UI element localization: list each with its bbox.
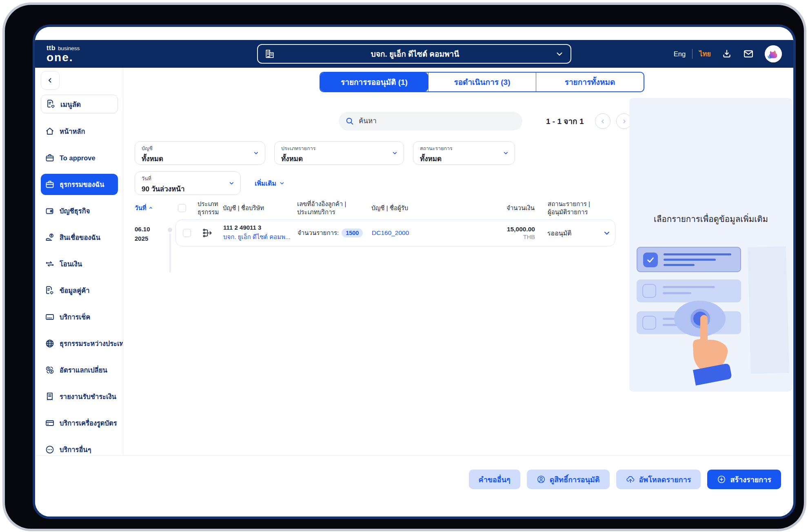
chevron-down-icon [503,150,509,156]
row-amount-cell: 15,000.00 THB [472,226,537,240]
detail-panel: เลือกรายการเพื่อดูข้อมูลเพิ่มเติม [629,98,792,392]
logo-brand: ttb [47,45,55,51]
items-count-badge: 1500 [342,228,363,237]
receipt-icon [45,392,55,401]
upload-items-button[interactable]: อัพโหลดรายการ [616,470,701,489]
sidebar-item-card-machine[interactable]: บริการเครื่องรูดบัตร [41,412,118,434]
checked-checkbox-icon [643,253,658,267]
chevron-down-icon [555,49,564,58]
company-name-link[interactable]: บจก. ยูเอ็ก ดีไซต์ คอมพ... [223,232,297,242]
sidebar-item-international[interactable]: ธุรกรรมระหว่างประเทศ [41,333,118,354]
tab-group: รายการรออนุมัติ (1) รอดำเนินการ (3) รายก… [320,72,644,92]
sidebar-item-other-services[interactable]: บริการอื่นๆ [41,439,118,455]
sidebar-item-cheque-services[interactable]: บริการเช็ค [41,306,118,328]
unchecked-checkbox-icon [642,316,656,330]
home-icon [45,126,55,136]
create-item-button[interactable]: สร้างรายการ [707,470,781,489]
sidebar-item-payment-report[interactable]: รายงานรับชำระเงิน [41,386,118,407]
filter-date-select[interactable]: วันที่ 90 วันล่วงหน้า [135,171,241,195]
illustration-row [637,279,741,302]
building-icon [264,49,275,59]
column-header-status: สถานะรายการ |ผู้อนุมัติรายการ [537,200,599,216]
currency-label: THB [472,234,535,240]
sidebar-item-my-transactions[interactable]: ธุรกรรมของฉัน [41,174,118,195]
other-icon [45,445,55,454]
mail-icon[interactable] [743,48,754,60]
pagination-count: 1 - 1 จาก 1 [546,115,584,127]
user-avatar[interactable] [765,45,782,62]
briefcase-icon [45,180,55,189]
filter-value: ทั้งหมด [142,153,258,164]
document-heart-icon [46,99,56,109]
device-frame: ttb business one. บจก. ยูเอ็ก ดีไซต์ คอม… [5,5,804,529]
row-checkbox[interactable] [183,229,191,237]
exchange-icon [45,365,55,375]
select-all-checkbox[interactable] [178,204,186,212]
filter-account-select[interactable]: บัญชี ทั้งหมด [135,141,265,165]
sidebar-item-my-loans[interactable]: สินเชื่อของฉัน [41,227,118,248]
search-box[interactable] [339,112,522,131]
sidebar-item-label: รายงานรับชำระเงิน [60,391,116,402]
filter-type-select[interactable]: ประเภทรายการ ทั้งหมด [274,141,404,165]
sidebar-item-business-accounts[interactable]: บัญชีธุรกิจ [41,200,118,222]
column-header-date[interactable]: วันที่ [135,200,175,216]
row-account-cell: 111 2 49011 3 บจก. ยูเอ็ก ดีไซต์ คอมพ... [223,224,297,242]
pointing-hand-icon [681,315,742,388]
row-expand-chevron-icon[interactable] [599,229,615,237]
sidebar-item-to-approve[interactable]: To approve [41,147,118,168]
sidebar-collapse-button[interactable] [41,71,60,90]
sidebar-item-shortcut-menu[interactable]: เมนูลัด [41,95,118,113]
lang-divider [692,49,693,59]
tab-all-items[interactable]: รายการทั้งหมด [536,73,644,91]
sidebar-item-partners[interactable]: ข้อมูลคู่ค้า [41,280,118,301]
sidebar-item-label: To approve [60,154,95,162]
sidebar-item-home[interactable]: หน้าหลัก [41,121,118,142]
view-approval-rights-button[interactable]: ดูสิทธิ์การอนุมัติ [527,470,610,489]
transaction-row-card[interactable]: 111 2 49011 3 บจก. ยูเอ็ก ดีไซต์ คอมพ...… [175,219,615,246]
search-input[interactable] [359,117,516,125]
sidebar-item-label: บริการเครื่องรูดบัตร [60,418,117,428]
bulk-transfer-icon [198,228,223,238]
service-code-link[interactable]: DC160_2000 [372,229,472,237]
button-label: อัพโหลดรายการ [639,474,691,485]
tab-pending-approval[interactable]: รายการรออนุมัติ (1) [320,73,428,91]
other-requests-button[interactable]: คำขออื่นๆ [469,470,520,489]
ttb-business-one-logo: ttb business one. [47,45,80,63]
cloud-upload-icon [626,475,635,484]
table-header: วันที่ ประเภทธุรกรรม บัญชี | ชื่อบริษัท … [135,200,615,216]
language-switch: Eng ไทย [674,49,711,59]
table-row: 06.10 2025 [135,219,615,246]
plus-circle-icon [717,475,726,484]
transfer-icon [45,259,55,269]
tab-in-progress[interactable]: รอดำเนินการ (3) [428,73,536,91]
filter-value: ทั้งหมด [281,153,397,164]
main-content: รายการรออนุมัติ (1) รอดำเนินการ (3) รายก… [123,68,793,455]
sort-asc-icon [149,206,153,210]
button-label: สร้างรายการ [730,474,771,485]
sidebar-item-label: เมนูลัด [60,99,81,110]
loan-icon [45,233,55,242]
illustration-sheet [748,246,789,374]
search-icon [345,117,354,126]
pagination-prev-button[interactable] [595,113,610,129]
unchecked-checkbox-icon [642,284,656,298]
document-heart-icon [45,286,55,295]
lang-eng[interactable]: Eng [674,50,686,58]
filter-label: สถานะรายการ [420,144,508,153]
sidebar-item-exchange-rate[interactable]: อัตราแลกเปลี่ยน [41,359,118,381]
items-count-label: จำนวนรายการ: [297,228,339,238]
sidebar-item-label: บริการอื่นๆ [60,444,91,455]
sidebar-item-label: สินเชื่อของฉัน [60,232,100,243]
download-icon[interactable] [721,49,732,59]
sidebar-item-label: โอนเงิน [60,259,82,269]
column-header-amount: จำนวนเงิน [472,204,537,212]
amount-value: 15,000.00 [472,226,535,233]
company-selector[interactable]: บจก. ยูเอ็ก ดีไซต์ คอมพานี [257,44,571,64]
sidebar-item-transfer[interactable]: โอนเงิน [41,253,118,275]
more-filters-link[interactable]: เพิ่มเติม [255,178,285,188]
select-item-illustration [629,247,792,402]
filter-status-select[interactable]: สถานะรายการ ทั้งหมด [413,141,515,165]
lang-thai[interactable]: ไทย [699,49,711,59]
company-name: บจก. ยูเอ็ก ดีไซต์ คอมพานี [275,48,555,60]
row-reference-cell: จำนวนรายการ: 1500 [297,228,372,238]
